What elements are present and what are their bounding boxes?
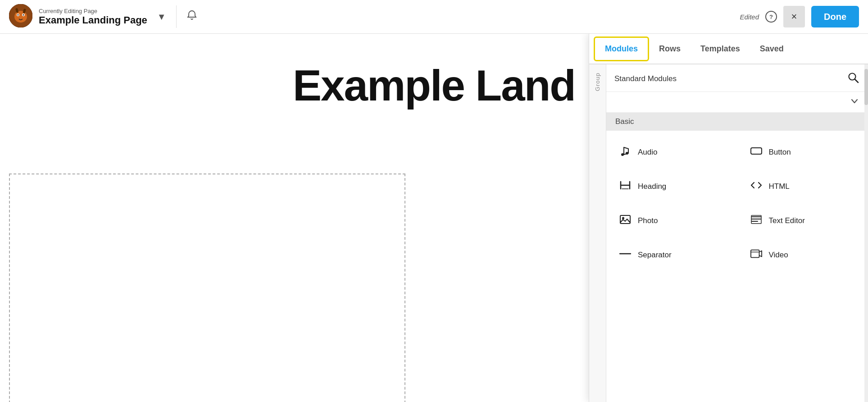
module-heading-label: Heading xyxy=(638,182,666,191)
standard-modules-title: Standard Modules xyxy=(614,74,677,83)
header-help-button[interactable]: ? xyxy=(765,11,777,23)
panel-sidebar-label: Group xyxy=(594,69,601,95)
module-html-label: HTML xyxy=(769,182,790,191)
module-audio[interactable]: Audio xyxy=(606,135,737,169)
svg-point-12 xyxy=(626,152,628,155)
svg-line-10 xyxy=(855,79,859,83)
svg-point-1 xyxy=(14,11,27,23)
module-photo[interactable]: Photo xyxy=(606,204,737,238)
tab-saved[interactable]: Saved xyxy=(750,38,794,60)
html-icon xyxy=(750,179,763,194)
module-button-label: Button xyxy=(769,148,791,157)
module-button[interactable]: Button xyxy=(737,135,868,169)
svg-rect-18 xyxy=(620,215,630,224)
panel-sidebar: Group xyxy=(589,64,606,402)
tab-modules[interactable]: Modules xyxy=(594,37,649,61)
video-icon xyxy=(750,248,763,262)
panel-scrollbar[interactable] xyxy=(864,64,868,402)
tab-templates[interactable]: Templates xyxy=(691,38,750,60)
panel-main: Standard Modules Basic xyxy=(606,64,868,402)
separator-icon xyxy=(619,248,632,262)
photo-icon xyxy=(619,214,632,228)
module-audio-label: Audio xyxy=(638,148,657,157)
module-separator-label: Separator xyxy=(638,251,672,260)
button-icon xyxy=(750,145,763,160)
svg-point-11 xyxy=(621,153,624,156)
panel-scrollbar-thumb xyxy=(864,69,868,105)
logo xyxy=(9,4,39,29)
modules-grid: Audio Button xyxy=(606,131,868,277)
module-html[interactable]: HTML xyxy=(737,169,868,204)
standard-modules-header: Standard Modules xyxy=(606,64,868,92)
svg-rect-25 xyxy=(750,250,759,258)
header: Currently Editing Page Example Landing P… xyxy=(0,0,868,34)
modules-panel: Modules Rows Templates Saved Group Stand… xyxy=(589,34,868,402)
header-close-button[interactable]: × xyxy=(783,6,805,27)
heading-icon xyxy=(619,179,632,194)
svg-point-4 xyxy=(18,14,19,16)
text-editor-icon xyxy=(750,214,763,228)
module-photo-label: Photo xyxy=(638,216,658,225)
module-heading[interactable]: Heading xyxy=(606,169,737,204)
svg-point-5 xyxy=(23,14,24,16)
svg-rect-13 xyxy=(751,148,762,154)
audio-icon xyxy=(619,145,632,160)
header-done-button[interactable]: Done xyxy=(811,6,859,27)
header-title-block: Currently Editing Page Example Landing P… xyxy=(39,8,147,26)
canvas-drop-zone[interactable] xyxy=(9,174,405,402)
module-video-label: Video xyxy=(769,251,788,260)
header-edited-label: Edited xyxy=(740,13,759,21)
header-divider xyxy=(176,5,177,28)
modules-dropdown-row[interactable] xyxy=(606,92,868,113)
module-text-editor-label: Text Editor xyxy=(769,216,805,225)
module-text-editor[interactable]: Text Editor xyxy=(737,204,868,238)
panel-tabs: Modules Rows Templates Saved xyxy=(589,34,868,64)
module-separator[interactable]: Separator xyxy=(606,238,737,272)
svg-point-19 xyxy=(622,217,624,219)
header-title: Example Landing Page xyxy=(39,14,147,26)
basic-section-header: Basic xyxy=(606,113,868,131)
search-icon[interactable] xyxy=(847,72,859,86)
header-bell-icon[interactable] xyxy=(186,10,197,23)
header-right: Edited ? × Done xyxy=(740,6,859,27)
tab-rows[interactable]: Rows xyxy=(649,38,691,60)
module-video[interactable]: Video xyxy=(737,238,868,272)
header-dropdown-icon[interactable]: ▼ xyxy=(157,12,166,22)
panel-body: Group Standard Modules xyxy=(589,64,868,402)
header-subtitle: Currently Editing Page xyxy=(39,8,147,14)
chevron-down-icon xyxy=(850,96,859,108)
